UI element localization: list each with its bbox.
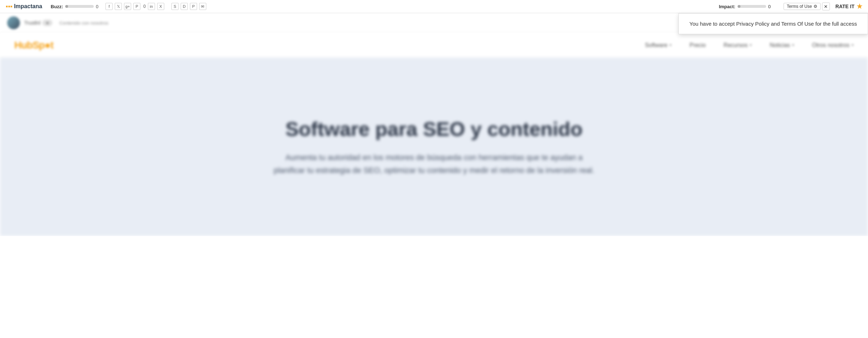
hero-subtitle: Aumenta tu autoridad en los motores de b… bbox=[274, 151, 594, 176]
nav-recursos-label: Recursos bbox=[724, 42, 748, 48]
rate-it-label: RATE IT bbox=[836, 4, 854, 9]
buzz-progress-fill bbox=[65, 5, 68, 8]
hero-section: Software para SEO y contenido Aumenta tu… bbox=[0, 58, 868, 236]
logo-dot: ● bbox=[45, 40, 50, 51]
nav-noticias-label: Noticias bbox=[770, 42, 790, 48]
site-nav: HubSp●t Software ▾ Precio Recursos ▾ Not… bbox=[0, 33, 868, 58]
nav-noticias[interactable]: Noticias ▾ bbox=[770, 42, 794, 48]
logo-text: Impactana bbox=[14, 3, 42, 10]
xing-icon[interactable]: X bbox=[157, 3, 164, 10]
pinterest-icon[interactable]: P bbox=[133, 3, 140, 10]
site-avatar bbox=[7, 16, 20, 29]
site-name: Trustlnl bbox=[24, 20, 40, 26]
pinterest-count: 0 bbox=[143, 4, 146, 9]
site-logo-text2: t bbox=[50, 40, 53, 51]
social-icons-group2: S D P ✉ bbox=[171, 3, 206, 10]
impact-label: Impact: bbox=[719, 4, 735, 9]
logo-icon: ▪▪▪ bbox=[6, 3, 12, 10]
twitter-icon[interactable]: 𝕏 bbox=[115, 3, 122, 10]
terms-of-use-button[interactable]: Terms of Use ⚙ bbox=[784, 3, 821, 10]
buzz-label: Buzz: bbox=[51, 4, 63, 9]
rate-it-section[interactable]: RATE IT ★ bbox=[836, 2, 862, 10]
terms-of-use-label: Terms of Use bbox=[787, 4, 812, 9]
chevron-down-icon-2: ▾ bbox=[750, 43, 752, 47]
email-icon[interactable]: ✉ bbox=[199, 3, 206, 10]
nav-otros-label: Otros nosotros bbox=[812, 42, 849, 48]
close-button[interactable]: ✕ bbox=[822, 2, 830, 10]
stumble-icon[interactable]: S bbox=[171, 3, 179, 10]
nav-precio-label: Precio bbox=[689, 42, 706, 48]
chevron-down-icon-4: ▾ bbox=[852, 43, 854, 47]
top-bar: ▪▪▪ Impactana Buzz: 0 f 𝕏 g+ P 0 in X S … bbox=[0, 0, 868, 13]
googleplus-icon[interactable]: g+ bbox=[124, 3, 131, 10]
star-icon[interactable]: ★ bbox=[857, 2, 862, 10]
site-tag: ● bbox=[42, 20, 52, 26]
impact-count: 0 bbox=[768, 4, 771, 9]
site-logo-text: HubSp bbox=[14, 40, 45, 51]
nav-otros-nosotros[interactable]: Otros nosotros ▾ bbox=[812, 42, 854, 48]
buzz-count: 0 bbox=[96, 4, 98, 9]
chevron-down-icon-3: ▾ bbox=[792, 43, 794, 47]
linkedin-icon[interactable]: in bbox=[148, 3, 155, 10]
impact-progress-fill bbox=[738, 5, 740, 8]
nav-software-label: Software bbox=[645, 42, 667, 48]
close-icon: ✕ bbox=[824, 4, 828, 9]
site-nav-links: Software ▾ Precio Recursos ▾ Noticias ▾ … bbox=[645, 42, 854, 48]
chevron-down-icon: ▾ bbox=[670, 43, 672, 47]
gear-icon: ⚙ bbox=[813, 4, 817, 9]
impactana-logo[interactable]: ▪▪▪ Impactana bbox=[6, 3, 42, 10]
site-logo: HubSp●t bbox=[14, 40, 53, 51]
facebook-icon[interactable]: f bbox=[105, 3, 113, 10]
notification-popup: You have to accept Privacy Policy and Te… bbox=[678, 13, 868, 34]
pocket-icon[interactable]: P bbox=[190, 3, 197, 10]
notification-message: You have to accept Privacy Policy and Te… bbox=[689, 21, 857, 27]
social-icons-group1: f 𝕏 g+ P 0 in X bbox=[105, 3, 164, 10]
nav-precio[interactable]: Precio bbox=[689, 42, 706, 48]
buzz-progress-bar bbox=[65, 5, 94, 8]
nav-recursos[interactable]: Recursos ▾ bbox=[724, 42, 752, 48]
impact-progress-bar bbox=[738, 5, 766, 8]
nav-software[interactable]: Software ▾ bbox=[645, 42, 672, 48]
site-url: Contenido con nosotros bbox=[60, 20, 747, 26]
impact-section: Impact: 0 bbox=[719, 4, 776, 9]
buzz-section: Buzz: 0 bbox=[51, 4, 98, 9]
digg-icon[interactable]: D bbox=[181, 3, 188, 10]
hero-title: Software para SEO y contenido bbox=[285, 117, 583, 140]
